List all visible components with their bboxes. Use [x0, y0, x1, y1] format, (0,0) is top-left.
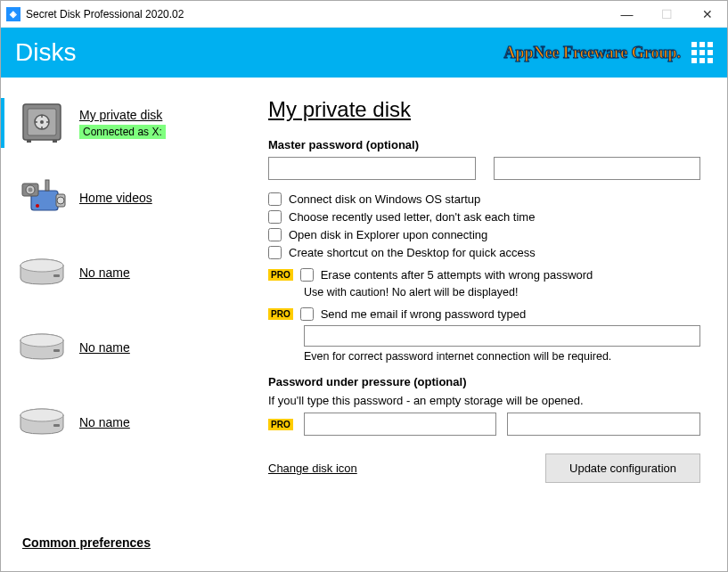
change-icon-link[interactable]: Change disk icon	[268, 462, 357, 475]
svg-rect-23	[53, 349, 60, 352]
letter-checkbox[interactable]	[268, 210, 282, 224]
camcorder-icon	[13, 176, 70, 220]
email-input[interactable]	[304, 325, 700, 347]
startup-checkbox[interactable]	[268, 192, 282, 206]
sidebar-item-noname-3[interactable]: No name	[1, 393, 250, 452]
svg-rect-20	[53, 274, 60, 277]
brand-label: AppNee Freeware Group.	[504, 44, 681, 62]
master-password-input-2[interactable]	[494, 157, 701, 180]
main-panel: My private disk Master password (optiona…	[250, 78, 727, 571]
startup-label: Connect disk on Windows OS startup	[289, 192, 480, 206]
sidebar-item-status: Connected as X:	[79, 125, 166, 139]
explorer-label: Open disk in Explorer upon connecting	[289, 228, 487, 241]
header-title: Disks	[15, 38, 504, 67]
page-title: My private disk	[268, 97, 700, 122]
sidebar-item-my-private-disk[interactable]: My private disk Connected as X:	[1, 94, 250, 152]
pro-badge: PRO	[268, 419, 293, 430]
sidebar-item-label: No name	[79, 266, 130, 280]
email-label: Send me email if wrong password typed	[321, 307, 527, 321]
header: Disks AppNee Freeware Group.	[1, 28, 727, 78]
svg-point-16	[36, 204, 39, 208]
master-password-input-1[interactable]	[268, 157, 476, 180]
common-preferences-link[interactable]: Common preferences	[1, 535, 250, 562]
erase-label: Erase contents after 5 attempts with wro…	[321, 268, 593, 282]
letter-label: Choose recently used letter, don't ask e…	[289, 210, 535, 224]
update-configuration-button[interactable]: Update configuration	[545, 454, 700, 483]
drive-icon	[13, 400, 70, 445]
svg-rect-8	[27, 140, 31, 143]
shortcut-checkbox[interactable]	[268, 246, 282, 259]
svg-rect-9	[53, 140, 57, 143]
sidebar: My private disk Connected as X:	[1, 78, 250, 571]
app-icon: ◈	[6, 7, 20, 21]
email-hint: Even for correct password internet conne…	[304, 350, 700, 363]
close-button[interactable]: ✕	[687, 1, 727, 28]
pro-badge: PRO	[268, 308, 293, 320]
svg-point-3	[40, 120, 44, 124]
sidebar-item-label: Home videos	[79, 191, 152, 205]
titlebar: ◈ Secret Disk Professional 2020.02 — ☐ ✕	[1, 1, 727, 28]
erase-hint: Use with caution! No alert will be displ…	[304, 286, 700, 298]
pro-badge: PRO	[268, 269, 293, 281]
svg-point-22	[20, 334, 63, 347]
window-title: Secret Disk Professional 2020.02	[26, 8, 607, 20]
maximize-button: ☐	[647, 1, 687, 28]
sidebar-item-label: No name	[79, 340, 130, 355]
sidebar-item-noname-1[interactable]: No name	[1, 243, 250, 302]
safe-icon	[13, 101, 70, 145]
shortcut-label: Create shortcut on the Desktop for quick…	[289, 246, 536, 259]
svg-rect-26	[53, 424, 60, 427]
sidebar-item-home-videos[interactable]: Home videos	[1, 168, 250, 227]
sidebar-item-noname-2[interactable]: No name	[1, 318, 250, 377]
svg-point-15	[57, 197, 64, 204]
email-checkbox[interactable]	[300, 307, 314, 321]
pressure-password-2[interactable]	[507, 413, 700, 436]
svg-point-19	[20, 259, 63, 272]
drive-icon	[13, 250, 70, 295]
svg-rect-17	[45, 180, 49, 191]
menu-grid-icon[interactable]	[691, 42, 713, 63]
sidebar-item-label: My private disk	[79, 108, 166, 122]
explorer-checkbox[interactable]	[268, 228, 282, 241]
pressure-desc: If you'll type this password - an empty …	[268, 394, 700, 407]
minimize-button[interactable]: —	[607, 1, 647, 28]
erase-checkbox[interactable]	[300, 268, 314, 282]
sidebar-item-label: No name	[79, 415, 130, 429]
drive-icon	[13, 325, 70, 370]
svg-point-13	[29, 188, 33, 192]
svg-point-25	[20, 409, 63, 421]
pressure-label: Password under pressure (optional)	[268, 375, 700, 388]
pressure-password-1[interactable]	[304, 413, 497, 436]
master-password-label: Master password (optional)	[268, 138, 700, 151]
